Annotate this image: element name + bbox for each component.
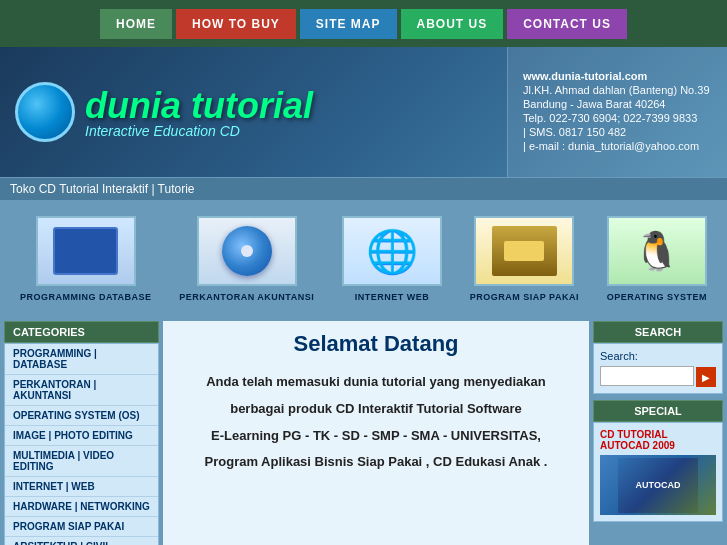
main-para-2: E-Learning PG - TK - SD - SMP - SMA - UN… bbox=[178, 426, 574, 447]
contact-address2: Bandung - Jawa Barat 40264 bbox=[523, 98, 712, 110]
autocad-thumbnail: AUTOCAD bbox=[618, 458, 698, 513]
contact-email: | e-mail : dunia_tutorial@yahoo.com bbox=[523, 140, 712, 152]
product-programsiap-image bbox=[474, 216, 574, 286]
brand-title: dunia tutorial bbox=[85, 85, 313, 127]
navigation: HOME HOW TO BUY SITE MAP ABOUT US CONTAC… bbox=[0, 0, 727, 47]
contact-sms: | SMS. 0817 150 482 bbox=[523, 126, 712, 138]
main-para-1: berbagai produk CD Interaktif Tutorial S… bbox=[178, 399, 574, 420]
product-perkantoran-image bbox=[197, 216, 297, 286]
nav-sitemap[interactable]: SITE MAP bbox=[300, 9, 397, 39]
main-content: CATEGORIES PROGRAMMING | DATABASE PERKAN… bbox=[0, 317, 727, 545]
contact-address1: Jl.KH. Ahmad dahlan (Banteng) No.39 bbox=[523, 84, 712, 96]
special-image: AUTOCAD bbox=[600, 455, 716, 515]
search-input[interactable] bbox=[600, 366, 694, 386]
monitor-shape bbox=[53, 227, 118, 275]
sidebar-link-perkantoran[interactable]: PERKANTORAN | AKUNTANSI bbox=[5, 375, 158, 406]
ticker-text: Toko CD Tutorial Interaktif | Tutorie bbox=[10, 182, 195, 196]
product-perkantoran-label: PERKANTORAN AKUNTANSI bbox=[179, 292, 314, 302]
cash-screen bbox=[504, 241, 544, 261]
product-programming-image bbox=[36, 216, 136, 286]
search-content: Search: ▶ bbox=[593, 343, 723, 394]
product-programming[interactable]: PROGRAMMING DATABASE bbox=[20, 216, 152, 302]
globe-icon bbox=[15, 82, 75, 142]
product-internet-image: 🌐 bbox=[342, 216, 442, 286]
product-os-label: OPERATING SYSTEM bbox=[607, 292, 707, 302]
ticker-bar: Toko CD Tutorial Interaktif | Tutorie bbox=[0, 177, 727, 201]
main-para-3: Program Aplikasi Bisnis Siap Pakai , CD … bbox=[178, 452, 574, 473]
sidebar-link-internet[interactable]: INTERNET | WEB bbox=[5, 477, 158, 497]
inet-bg: 🌐 bbox=[344, 218, 440, 284]
prog-db-bg bbox=[38, 218, 134, 284]
contact-phone: Telp. 022-730 6904; 022-7399 9833 bbox=[523, 112, 712, 124]
product-os[interactable]: 🐧 OPERATING SYSTEM bbox=[607, 216, 707, 302]
product-row: PROGRAMMING DATABASE PERKANTORAN AKUNTAN… bbox=[0, 201, 727, 317]
product-os-image: 🐧 bbox=[607, 216, 707, 286]
search-button[interactable]: ▶ bbox=[696, 367, 716, 387]
perk-bg bbox=[199, 218, 295, 284]
sidebar-link-image[interactable]: IMAGE | PHOTO EDITING bbox=[5, 426, 158, 446]
center-content: Selamat Datang Anda telah memasuki dunia… bbox=[163, 321, 589, 545]
os-bg: 🐧 bbox=[609, 218, 705, 284]
search-label: Search: bbox=[600, 350, 716, 362]
product-programsiap-label: PROGRAM SIAP PAKAI bbox=[470, 292, 579, 302]
search-header: SEARCH bbox=[593, 321, 723, 343]
nav-aboutus[interactable]: ABOUT US bbox=[401, 9, 504, 39]
cash-register-shape bbox=[492, 226, 557, 276]
autocad-label: AUTOCAD bbox=[636, 480, 681, 490]
header-left: dunia tutorial Interactive Education CD bbox=[0, 47, 507, 177]
sidebar-link-multimedia[interactable]: MULTIMEDIA | VIDEO EDITING bbox=[5, 446, 158, 477]
nav-home[interactable]: HOME bbox=[100, 9, 172, 39]
product-internet[interactable]: 🌐 INTERNET WEB bbox=[342, 216, 442, 302]
psp-bg bbox=[476, 218, 572, 284]
special-img-inner: AUTOCAD bbox=[618, 458, 698, 513]
globe-emoji: 🌐 bbox=[366, 227, 418, 276]
contact-url: www.dunia-tutorial.com bbox=[523, 70, 712, 82]
tux-emoji: 🐧 bbox=[633, 229, 680, 273]
sidebar-link-programming[interactable]: PROGRAMMING | DATABASE bbox=[5, 344, 158, 375]
search-row: ▶ bbox=[600, 365, 716, 387]
product-programming-label: PROGRAMMING DATABASE bbox=[20, 292, 152, 302]
sidebar-links: PROGRAMMING | DATABASE PERKANTORAN | AKU… bbox=[4, 343, 159, 545]
left-sidebar: CATEGORIES PROGRAMMING | DATABASE PERKAN… bbox=[4, 321, 159, 545]
header-banner: dunia tutorial Interactive Education CD … bbox=[0, 47, 727, 177]
sidebar-link-programsiap[interactable]: PROGRAM SIAP PAKAI bbox=[5, 517, 158, 537]
cd-hole bbox=[241, 245, 253, 257]
welcome-title: Selamat Datang bbox=[178, 331, 574, 357]
sidebar-header: CATEGORIES bbox=[4, 321, 159, 343]
nav-howtobuy[interactable]: HOW TO BUY bbox=[176, 9, 296, 39]
special-link-autocad[interactable]: CD TUTORIAL AUTOCAD 2009 bbox=[600, 429, 716, 451]
sidebar-link-os[interactable]: OPERATING SYSTEM (OS) bbox=[5, 406, 158, 426]
product-perkantoran[interactable]: PERKANTORAN AKUNTANSI bbox=[179, 216, 314, 302]
special-header: SPECIAL bbox=[593, 400, 723, 422]
special-content: CD TUTORIAL AUTOCAD 2009 AUTOCAD bbox=[593, 422, 723, 522]
product-internet-label: INTERNET WEB bbox=[355, 292, 430, 302]
sidebar-link-arsitektur[interactable]: ARSITEKTUR | CIVIL ENGINEERING bbox=[5, 537, 158, 545]
right-sidebar: SEARCH Search: ▶ SPECIAL CD TUTORIAL AUT… bbox=[593, 321, 723, 545]
header-contact: www.dunia-tutorial.com Jl.KH. Ahmad dahl… bbox=[507, 47, 727, 177]
main-para-0: Anda telah memasuki dunia tutorial yang … bbox=[178, 372, 574, 393]
sidebar-link-hardware[interactable]: HARDWARE | NETWORKING bbox=[5, 497, 158, 517]
nav-contactus[interactable]: CONTACT US bbox=[507, 9, 627, 39]
brand-text: dunia tutorial Interactive Education CD bbox=[85, 85, 313, 139]
product-programsiap[interactable]: PROGRAM SIAP PAKAI bbox=[470, 216, 579, 302]
